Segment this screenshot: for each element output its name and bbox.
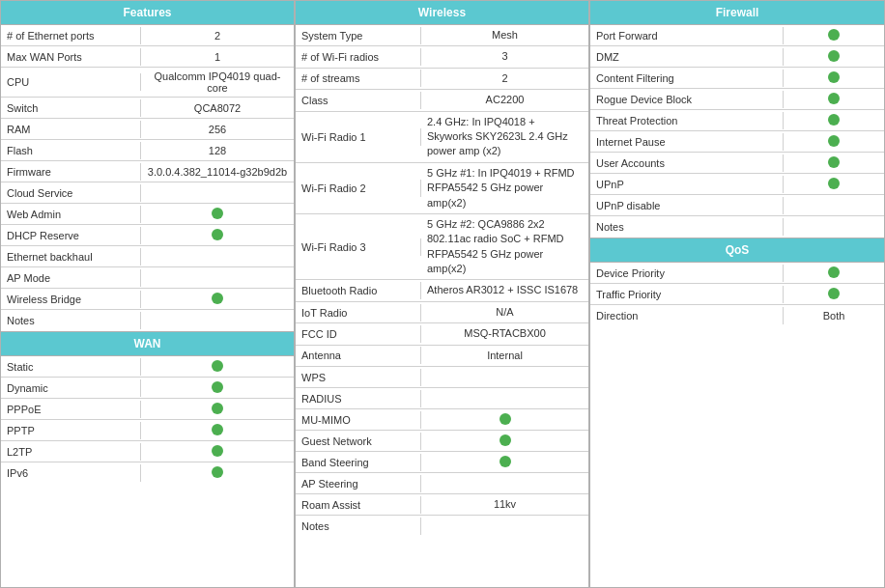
- row-value: 2: [421, 69, 588, 89]
- table-row: Port Forward: [590, 25, 884, 46]
- table-row: AP Mode: [1, 267, 294, 289]
- row-label: # of Ethernet ports: [1, 27, 141, 44]
- qos-header: QoS: [590, 238, 884, 263]
- check-dot: [828, 288, 840, 299]
- row-label: Roam Assist: [296, 496, 421, 514]
- row-value: [784, 285, 884, 304]
- table-row: Web Admin: [1, 204, 294, 225]
- check-dot: [828, 71, 840, 83]
- row-value: [141, 357, 294, 377]
- row-value: Mesh: [421, 25, 588, 45]
- table-row: Dynamic: [1, 378, 294, 399]
- row-value: 5 GHz #2: QCA9886 2x2 802.11ac radio SoC…: [421, 214, 588, 280]
- table-row: WPS: [296, 367, 588, 388]
- row-label: CPU: [1, 73, 141, 91]
- check-dot: [212, 360, 223, 372]
- table-row: Roam Assist11kv: [296, 494, 588, 516]
- row-label: IPv6: [1, 464, 141, 482]
- table-row: # of Ethernet ports2: [1, 25, 294, 46]
- row-label: Notes: [590, 218, 784, 236]
- row-value: [421, 396, 588, 402]
- row-value: 3.0.0.4.382_11014-g32b9d2b: [141, 163, 294, 181]
- table-row: AP Steering: [296, 473, 588, 494]
- row-value: [784, 264, 884, 283]
- row-label: FCC ID: [296, 325, 421, 343]
- row-label: PPTP: [1, 422, 141, 439]
- row-value: 2.4 GHz: In IPQ4018 + Skyworks SKY2623L …: [421, 112, 588, 162]
- table-row: Band Steering: [296, 452, 588, 473]
- table-row: CPUQualcomm IPQ4019 quad-core: [1, 68, 294, 98]
- row-value: [784, 26, 884, 45]
- check-dot: [828, 135, 840, 147]
- row-label: Antenna: [296, 347, 421, 364]
- table-row: Static: [1, 356, 294, 378]
- row-label: Internet Pause: [590, 133, 784, 151]
- table-row: DMZ: [590, 46, 884, 68]
- check-dot: [212, 229, 223, 240]
- row-value: [784, 132, 884, 152]
- row-label: Static: [1, 358, 141, 376]
- row-value: Internal: [421, 346, 588, 366]
- table-row: UPnP: [590, 174, 884, 195]
- row-label: Switch: [1, 99, 141, 117]
- row-label: Notes: [296, 518, 421, 535]
- table-row: Content Filtering: [590, 68, 884, 89]
- row-label: AP Mode: [1, 269, 141, 287]
- check-dot: [828, 93, 840, 104]
- row-label: Wireless Bridge: [1, 291, 141, 308]
- row-label: Wi-Fi Radio 3: [296, 238, 421, 256]
- table-row: # of Wi-Fi radios3: [296, 46, 588, 68]
- check-dot: [828, 156, 840, 168]
- row-value: [784, 47, 884, 67]
- table-row: Firmware3.0.0.4.382_11014-g32b9d2b: [1, 161, 294, 182]
- row-value: [141, 400, 294, 419]
- table-row: Notes: [296, 516, 588, 537]
- check-dot: [212, 403, 223, 414]
- wireless-column: Wireless System TypeMesh# of Wi-Fi radio…: [295, 0, 589, 588]
- check-dot: [500, 434, 511, 446]
- table-row: Bluetooth RadioAtheros AR3012 + ISSC IS1…: [296, 280, 588, 301]
- row-label: Direction: [590, 307, 784, 324]
- row-value: Both: [784, 307, 884, 324]
- row-label: Rogue Device Block: [590, 91, 784, 108]
- row-value: 128: [141, 142, 294, 159]
- row-value: [421, 410, 588, 430]
- row-value: [141, 463, 294, 483]
- row-label: Class: [296, 92, 421, 109]
- row-value: [421, 432, 588, 451]
- table-row: Internet Pause: [590, 131, 884, 153]
- check-dot: [212, 466, 223, 478]
- check-dot: [212, 424, 223, 435]
- row-label: DMZ: [590, 48, 784, 66]
- row-label: Dynamic: [1, 379, 141, 397]
- row-value: [141, 205, 294, 224]
- row-label: Wi-Fi Radio 1: [296, 128, 421, 146]
- table-row: Flash128: [1, 140, 294, 161]
- row-label: WPS: [296, 369, 421, 386]
- check-dot: [828, 29, 840, 41]
- table-row: L2TP: [1, 441, 294, 462]
- row-label: # of Wi-Fi radios: [296, 48, 421, 66]
- table-row: MU-MIMO: [296, 409, 588, 431]
- row-value: [421, 375, 588, 380]
- features-header: Features: [1, 1, 294, 25]
- row-value: MSQ-RTACBX00: [421, 323, 588, 344]
- row-label: # of streams: [296, 70, 421, 87]
- row-label: RAM: [1, 121, 141, 138]
- row-value: [141, 275, 294, 281]
- row-value: [141, 290, 294, 309]
- row-label: RADIUS: [296, 390, 421, 407]
- table-row: IPv6: [1, 462, 294, 484]
- row-label: System Type: [296, 27, 421, 44]
- row-label: Port Forward: [590, 27, 784, 44]
- row-value: [784, 111, 884, 130]
- table-row: System TypeMesh: [296, 25, 588, 46]
- row-label: User Accounts: [590, 154, 784, 172]
- table-row: Ethernet backhaul: [1, 246, 294, 267]
- row-value: [421, 453, 588, 472]
- table-row: RAM256: [1, 119, 294, 140]
- table-row: Max WAN Ports1: [1, 46, 294, 68]
- row-label: Threat Protection: [590, 112, 784, 129]
- row-label: Wi-Fi Radio 2: [296, 180, 421, 197]
- check-dot: [828, 178, 840, 189]
